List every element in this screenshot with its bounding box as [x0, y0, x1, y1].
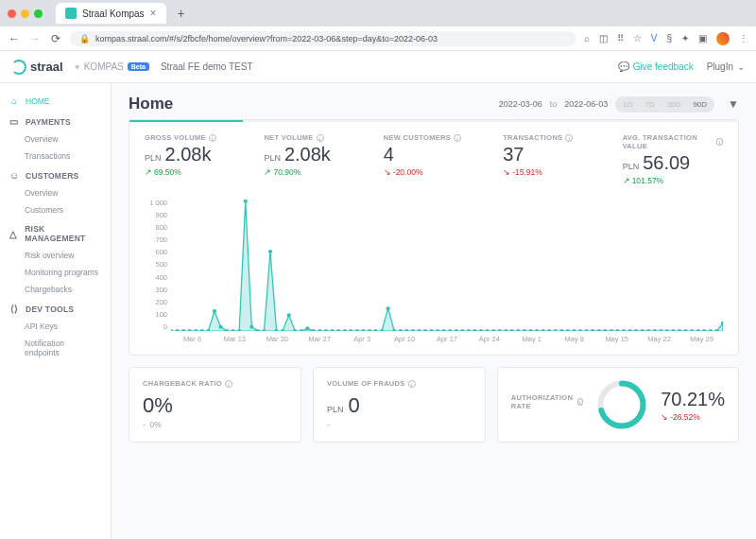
- kpi-2[interactable]: NEW CUSTOMERS i4↘-20.00%: [384, 133, 484, 185]
- back-button[interactable]: ←: [8, 32, 21, 45]
- auth-delta: -26.52%: [670, 412, 700, 422]
- kpi-0[interactable]: GROSS VOLUME iPLN2.08k↗69.50%: [145, 133, 245, 185]
- kpi-row: GROSS VOLUME iPLN2.08k↗69.50%NET VOLUME …: [145, 133, 723, 185]
- key-icon[interactable]: ⌕: [584, 33, 590, 43]
- browser-tab-strip: Straal Kompas × +: [0, 0, 756, 26]
- svg-point-29: [349, 329, 352, 331]
- star-icon[interactable]: ☆: [633, 33, 642, 43]
- close-window-button[interactable]: [8, 9, 16, 18]
- address-bar[interactable]: 🔒 kompas.straal.com/#/s/2fbcfe/home/over…: [70, 31, 576, 46]
- nav-risk-label: RISK MANAGEMENT: [25, 224, 101, 243]
- svg-point-0: [171, 329, 173, 331]
- date-from[interactable]: 2022-03-06: [499, 99, 542, 109]
- nav-customers-list[interactable]: Customers: [0, 201, 111, 218]
- nav-section-risk[interactable]: △ RISK MANAGEMENT: [0, 218, 111, 247]
- nav-dev-apikeys[interactable]: API Keys: [0, 318, 111, 335]
- forward-button[interactable]: →: [28, 32, 42, 45]
- chart-x-axis: Mar 6Mar 13Mar 20Mar 27Apr 3Apr 10Apr 17…: [171, 335, 723, 343]
- cbr-sub: 0%: [150, 420, 162, 429]
- svg-point-7: [213, 309, 216, 313]
- ext-script-icon[interactable]: §: [666, 33, 672, 43]
- info-icon[interactable]: i: [716, 138, 723, 146]
- product-name: KOMPAS: [84, 61, 124, 72]
- gross-volume-chart: 1 0009008007006005004003002001000 Mar 6M…: [145, 199, 723, 343]
- svg-point-41: [423, 329, 427, 331]
- chart-area: [171, 199, 723, 331]
- profile-avatar[interactable]: [716, 32, 730, 45]
- nav-dev-endpoints[interactable]: Notification endpoints: [0, 335, 111, 361]
- brand-logo[interactable]: straal: [11, 60, 63, 75]
- range-90d[interactable]: 90D: [687, 98, 713, 111]
- kpi-1[interactable]: NET VOLUME iPLN2.08k↗70.90%: [264, 133, 364, 185]
- nav-payments-transactions[interactable]: Transactions: [0, 148, 111, 165]
- window-icon[interactable]: ◫: [599, 33, 608, 43]
- svg-point-79: [659, 329, 662, 331]
- nav-payments-overview[interactable]: Overview: [0, 130, 111, 148]
- info-icon[interactable]: i: [454, 134, 461, 142]
- svg-point-54: [504, 329, 507, 331]
- svg-point-59: [535, 329, 539, 331]
- info-icon[interactable]: i: [209, 134, 216, 142]
- plugin-menu[interactable]: PlugIn ⌄: [707, 61, 745, 72]
- range-30d[interactable]: 30D: [662, 98, 687, 111]
- ext-box-icon[interactable]: ▣: [698, 33, 707, 43]
- info-icon[interactable]: i: [565, 134, 573, 142]
- close-tab-icon[interactable]: ×: [150, 7, 157, 20]
- ext-icon[interactable]: ⠿: [617, 33, 624, 43]
- range-7d[interactable]: 7D: [640, 98, 661, 111]
- nav-section-dev[interactable]: ⟨⟩ DEV TOOLS: [0, 298, 111, 318]
- browser-tab[interactable]: Straal Kompas ×: [56, 3, 166, 24]
- nav-section-payments[interactable]: ▭ PAYMENTS: [0, 111, 111, 130]
- svg-point-32: [368, 329, 371, 331]
- ext-v-icon[interactable]: V: [651, 33, 658, 43]
- kebab-menu-icon[interactable]: ⋮: [739, 33, 748, 43]
- svg-point-66: [578, 329, 582, 331]
- svg-point-67: [585, 329, 589, 331]
- nav-risk-monitoring[interactable]: Monitoring programs: [0, 264, 111, 281]
- chevron-down-icon: ⌄: [737, 61, 745, 72]
- nav-risk-overview[interactable]: Risk overview: [0, 247, 111, 264]
- kpi-3[interactable]: TRANSACTIONS i37↘-15.91%: [503, 133, 603, 185]
- home-icon: ⌂: [9, 96, 19, 106]
- page-header: Home 2022-03-06 to 2022-06-03 1D 7D 30D …: [129, 95, 739, 113]
- merchant-name: Straal FE demo TEST: [161, 61, 253, 72]
- info-icon[interactable]: i: [317, 134, 324, 142]
- info-icon[interactable]: i: [577, 398, 584, 406]
- puzzle-icon[interactable]: ✦: [681, 33, 689, 43]
- nav-home[interactable]: ⌂ HOME: [0, 91, 111, 111]
- range-selector: 1D 7D 30D 90D: [615, 96, 714, 113]
- svg-point-3: [188, 329, 192, 331]
- svg-point-85: [696, 329, 700, 331]
- svg-point-73: [622, 329, 626, 331]
- product-switcher[interactable]: ⌖ KOMPAS Beta: [75, 61, 149, 73]
- range-1d[interactable]: 1D: [617, 98, 638, 111]
- feedback-link[interactable]: 💬 Give feedback: [618, 61, 694, 72]
- logo-mark-icon: [11, 60, 26, 75]
- nav-section-customers[interactable]: ☺ CUSTOMERS: [0, 165, 111, 184]
- window-controls: [8, 9, 43, 18]
- nav-customers-overview[interactable]: Overview: [0, 184, 111, 201]
- svg-point-42: [430, 329, 434, 331]
- svg-point-57: [523, 329, 526, 331]
- svg-point-53: [498, 329, 502, 331]
- vof-label: VOLUME OF FRAUDS: [327, 379, 405, 388]
- info-icon[interactable]: i: [408, 380, 416, 388]
- svg-point-52: [491, 329, 495, 331]
- svg-point-1: [175, 329, 179, 331]
- kpi-4[interactable]: AVG. TRANSACTION VALUE iPLN56.09↗101.57%: [623, 133, 723, 185]
- svg-point-55: [510, 329, 514, 331]
- nav-risk-chargebacks[interactable]: Chargebacks: [0, 281, 111, 298]
- date-to[interactable]: 2022-06-03: [564, 99, 608, 109]
- svg-point-9: [225, 329, 229, 331]
- info-icon[interactable]: i: [225, 380, 232, 388]
- svg-point-25: [324, 329, 328, 331]
- nav-dev-label: DEV TOOLS: [26, 304, 74, 314]
- minimize-window-button[interactable]: [21, 9, 29, 18]
- new-tab-button[interactable]: +: [172, 6, 191, 21]
- reload-button[interactable]: ⟳: [49, 32, 62, 45]
- filter-icon[interactable]: ▼: [728, 97, 739, 111]
- svg-point-31: [361, 329, 365, 331]
- maximize-window-button[interactable]: [34, 9, 43, 18]
- svg-point-5: [200, 329, 204, 331]
- svg-point-12: [244, 200, 248, 203]
